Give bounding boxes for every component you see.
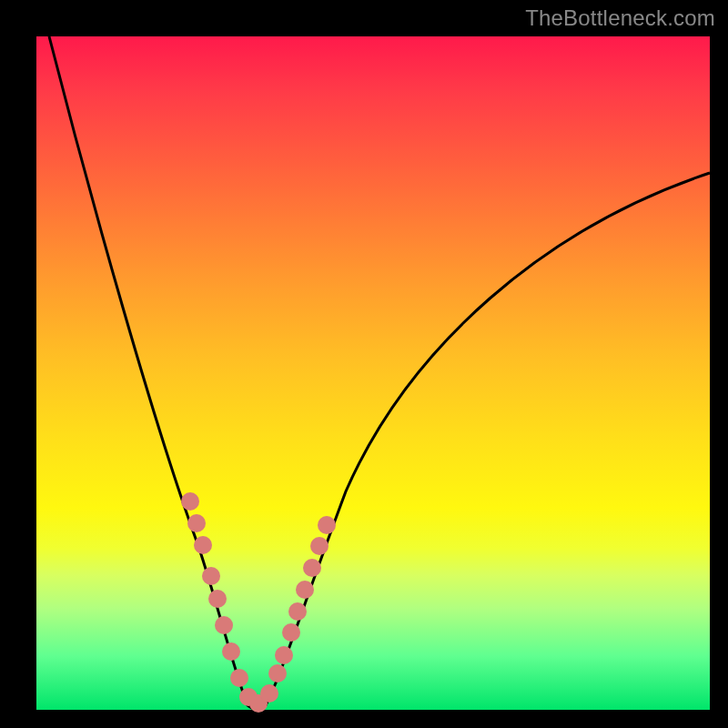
dot [310,537,329,555]
dot [208,590,227,608]
highlight-dots-group [181,492,336,713]
dot [260,684,278,703]
dot [296,581,314,599]
dot [202,567,220,585]
chart-plot-area [36,36,710,710]
dot [230,669,248,687]
dot [318,516,336,534]
dot [268,664,287,682]
dot [288,602,307,621]
dot [303,559,321,577]
dot [181,492,199,511]
dot [187,514,206,532]
watermark-text: TheBottleneck.com [525,5,715,31]
dot [194,536,212,554]
bottleneck-curve-svg [36,36,710,710]
bottleneck-curve-path [49,36,710,709]
dot [282,623,300,642]
chart-frame: TheBottleneck.com [0,0,728,728]
dot [215,616,233,634]
dot [222,642,240,661]
dot [275,646,293,664]
